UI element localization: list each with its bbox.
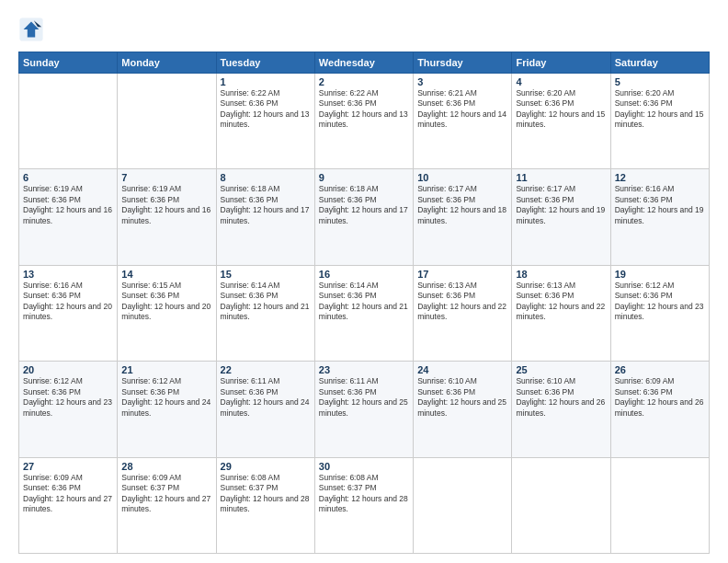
weekday-header-friday: Friday bbox=[512, 52, 610, 74]
cell-info: Sunrise: 6:18 AM Sunset: 6:36 PM Dayligh… bbox=[319, 184, 409, 226]
calendar-cell: 11Sunrise: 6:17 AM Sunset: 6:36 PM Dayli… bbox=[512, 169, 610, 265]
cell-info: Sunrise: 6:15 AM Sunset: 6:36 PM Dayligh… bbox=[121, 281, 211, 323]
cell-info: Sunrise: 6:21 AM Sunset: 6:36 PM Dayligh… bbox=[417, 88, 507, 131]
calendar-cell: 10Sunrise: 6:17 AM Sunset: 6:36 PM Dayli… bbox=[414, 169, 512, 265]
day-number: 28 bbox=[121, 461, 211, 472]
calendar-cell: 29Sunrise: 6:08 AM Sunset: 6:37 PM Dayli… bbox=[216, 457, 314, 553]
day-number: 7 bbox=[121, 172, 211, 183]
day-number: 25 bbox=[516, 364, 606, 375]
cell-info: Sunrise: 6:22 AM Sunset: 6:36 PM Dayligh… bbox=[319, 88, 409, 131]
weekday-header-sunday: Sunday bbox=[19, 52, 118, 74]
calendar-cell: 17Sunrise: 6:13 AM Sunset: 6:36 PM Dayli… bbox=[414, 265, 512, 361]
cell-info: Sunrise: 6:13 AM Sunset: 6:36 PM Dayligh… bbox=[417, 281, 507, 323]
week-row-1: 1Sunrise: 6:22 AM Sunset: 6:36 PM Daylig… bbox=[19, 74, 710, 169]
day-number: 16 bbox=[319, 269, 409, 280]
day-number: 21 bbox=[121, 364, 211, 375]
cell-info: Sunrise: 6:12 AM Sunset: 6:36 PM Dayligh… bbox=[615, 281, 705, 323]
day-number: 30 bbox=[319, 461, 409, 472]
day-number: 10 bbox=[417, 172, 507, 183]
cell-info: Sunrise: 6:11 AM Sunset: 6:36 PM Dayligh… bbox=[221, 376, 311, 419]
cell-info: Sunrise: 6:16 AM Sunset: 6:36 PM Dayligh… bbox=[615, 184, 705, 226]
cell-info: Sunrise: 6:16 AM Sunset: 6:36 PM Dayligh… bbox=[23, 281, 113, 323]
calendar-cell: 16Sunrise: 6:14 AM Sunset: 6:36 PM Dayli… bbox=[314, 265, 413, 361]
day-number: 26 bbox=[615, 364, 705, 375]
calendar-cell: 6Sunrise: 6:19 AM Sunset: 6:36 PM Daylig… bbox=[19, 169, 118, 265]
calendar-cell: 15Sunrise: 6:14 AM Sunset: 6:36 PM Dayli… bbox=[216, 265, 314, 361]
weekday-header-tuesday: Tuesday bbox=[216, 52, 314, 74]
calendar-body: 1Sunrise: 6:22 AM Sunset: 6:36 PM Daylig… bbox=[19, 74, 710, 554]
weekday-header-monday: Monday bbox=[118, 52, 216, 74]
cell-info: Sunrise: 6:14 AM Sunset: 6:36 PM Dayligh… bbox=[221, 281, 311, 323]
calendar-cell: 26Sunrise: 6:09 AM Sunset: 6:36 PM Dayli… bbox=[610, 362, 709, 457]
day-number: 29 bbox=[221, 461, 311, 472]
calendar-cell: 13Sunrise: 6:16 AM Sunset: 6:36 PM Dayli… bbox=[19, 265, 118, 361]
cell-info: Sunrise: 6:13 AM Sunset: 6:36 PM Dayligh… bbox=[516, 281, 606, 323]
calendar-cell: 30Sunrise: 6:08 AM Sunset: 6:37 PM Dayli… bbox=[314, 457, 413, 553]
day-number: 4 bbox=[516, 76, 606, 87]
calendar-cell: 14Sunrise: 6:15 AM Sunset: 6:36 PM Dayli… bbox=[118, 265, 216, 361]
calendar-cell: 20Sunrise: 6:12 AM Sunset: 6:36 PM Dayli… bbox=[19, 362, 118, 457]
weekday-header-row: SundayMondayTuesdayWednesdayThursdayFrid… bbox=[19, 52, 710, 74]
day-number: 8 bbox=[221, 172, 311, 183]
calendar-table: SundayMondayTuesdayWednesdayThursdayFrid… bbox=[18, 52, 710, 554]
day-number: 1 bbox=[221, 76, 311, 87]
cell-info: Sunrise: 6:19 AM Sunset: 6:36 PM Dayligh… bbox=[121, 184, 211, 226]
calendar-cell: 28Sunrise: 6:09 AM Sunset: 6:37 PM Dayli… bbox=[118, 457, 216, 553]
logo-icon bbox=[18, 17, 44, 42]
week-row-2: 6Sunrise: 6:19 AM Sunset: 6:36 PM Daylig… bbox=[19, 169, 710, 265]
calendar-cell bbox=[610, 457, 709, 553]
day-number: 27 bbox=[23, 461, 113, 472]
cell-info: Sunrise: 6:08 AM Sunset: 6:37 PM Dayligh… bbox=[221, 473, 311, 515]
day-number: 2 bbox=[319, 76, 409, 87]
cell-info: Sunrise: 6:14 AM Sunset: 6:36 PM Dayligh… bbox=[319, 281, 409, 323]
calendar-cell: 4Sunrise: 6:20 AM Sunset: 6:36 PM Daylig… bbox=[512, 74, 610, 169]
calendar-cell: 18Sunrise: 6:13 AM Sunset: 6:36 PM Dayli… bbox=[512, 265, 610, 361]
calendar-cell: 1Sunrise: 6:22 AM Sunset: 6:36 PM Daylig… bbox=[216, 74, 314, 169]
logo bbox=[18, 17, 48, 42]
day-number: 15 bbox=[221, 269, 311, 280]
day-number: 18 bbox=[516, 269, 606, 280]
cell-info: Sunrise: 6:22 AM Sunset: 6:36 PM Dayligh… bbox=[221, 88, 311, 131]
cell-info: Sunrise: 6:11 AM Sunset: 6:36 PM Dayligh… bbox=[319, 376, 409, 419]
week-row-4: 20Sunrise: 6:12 AM Sunset: 6:36 PM Dayli… bbox=[19, 362, 710, 457]
calendar-cell: 2Sunrise: 6:22 AM Sunset: 6:36 PM Daylig… bbox=[314, 74, 413, 169]
cell-info: Sunrise: 6:12 AM Sunset: 6:36 PM Dayligh… bbox=[121, 376, 211, 419]
cell-info: Sunrise: 6:09 AM Sunset: 6:36 PM Dayligh… bbox=[615, 376, 705, 419]
header bbox=[18, 17, 710, 42]
week-row-5: 27Sunrise: 6:09 AM Sunset: 6:36 PM Dayli… bbox=[19, 457, 710, 553]
day-number: 23 bbox=[319, 364, 409, 375]
week-row-3: 13Sunrise: 6:16 AM Sunset: 6:36 PM Dayli… bbox=[19, 265, 710, 361]
day-number: 12 bbox=[615, 172, 705, 183]
day-number: 17 bbox=[417, 269, 507, 280]
cell-info: Sunrise: 6:09 AM Sunset: 6:37 PM Dayligh… bbox=[121, 473, 211, 515]
day-number: 3 bbox=[417, 76, 507, 87]
day-number: 11 bbox=[516, 172, 606, 183]
calendar-cell bbox=[118, 74, 216, 169]
day-number: 5 bbox=[615, 76, 705, 87]
cell-info: Sunrise: 6:10 AM Sunset: 6:36 PM Dayligh… bbox=[417, 376, 507, 419]
day-number: 20 bbox=[23, 364, 113, 375]
cell-info: Sunrise: 6:17 AM Sunset: 6:36 PM Dayligh… bbox=[516, 184, 606, 226]
day-number: 6 bbox=[23, 172, 113, 183]
calendar-cell: 5Sunrise: 6:20 AM Sunset: 6:36 PM Daylig… bbox=[610, 74, 709, 169]
cell-info: Sunrise: 6:08 AM Sunset: 6:37 PM Dayligh… bbox=[319, 473, 409, 515]
calendar-cell bbox=[512, 457, 610, 553]
cell-info: Sunrise: 6:18 AM Sunset: 6:36 PM Dayligh… bbox=[221, 184, 311, 226]
cell-info: Sunrise: 6:10 AM Sunset: 6:36 PM Dayligh… bbox=[516, 376, 606, 419]
calendar-cell: 7Sunrise: 6:19 AM Sunset: 6:36 PM Daylig… bbox=[118, 169, 216, 265]
cell-info: Sunrise: 6:19 AM Sunset: 6:36 PM Dayligh… bbox=[23, 184, 113, 226]
cell-info: Sunrise: 6:09 AM Sunset: 6:36 PM Dayligh… bbox=[23, 473, 113, 515]
day-number: 24 bbox=[417, 364, 507, 375]
calendar-cell bbox=[414, 457, 512, 553]
calendar-cell: 23Sunrise: 6:11 AM Sunset: 6:36 PM Dayli… bbox=[314, 362, 413, 457]
day-number: 19 bbox=[615, 269, 705, 280]
calendar-cell: 19Sunrise: 6:12 AM Sunset: 6:36 PM Dayli… bbox=[610, 265, 709, 361]
calendar-cell: 27Sunrise: 6:09 AM Sunset: 6:36 PM Dayli… bbox=[19, 457, 118, 553]
cell-info: Sunrise: 6:17 AM Sunset: 6:36 PM Dayligh… bbox=[417, 184, 507, 226]
calendar-cell: 9Sunrise: 6:18 AM Sunset: 6:36 PM Daylig… bbox=[314, 169, 413, 265]
calendar-cell: 12Sunrise: 6:16 AM Sunset: 6:36 PM Dayli… bbox=[610, 169, 709, 265]
calendar-cell: 8Sunrise: 6:18 AM Sunset: 6:36 PM Daylig… bbox=[216, 169, 314, 265]
calendar-cell bbox=[19, 74, 118, 169]
calendar-cell: 24Sunrise: 6:10 AM Sunset: 6:36 PM Dayli… bbox=[414, 362, 512, 457]
day-number: 9 bbox=[319, 172, 409, 183]
